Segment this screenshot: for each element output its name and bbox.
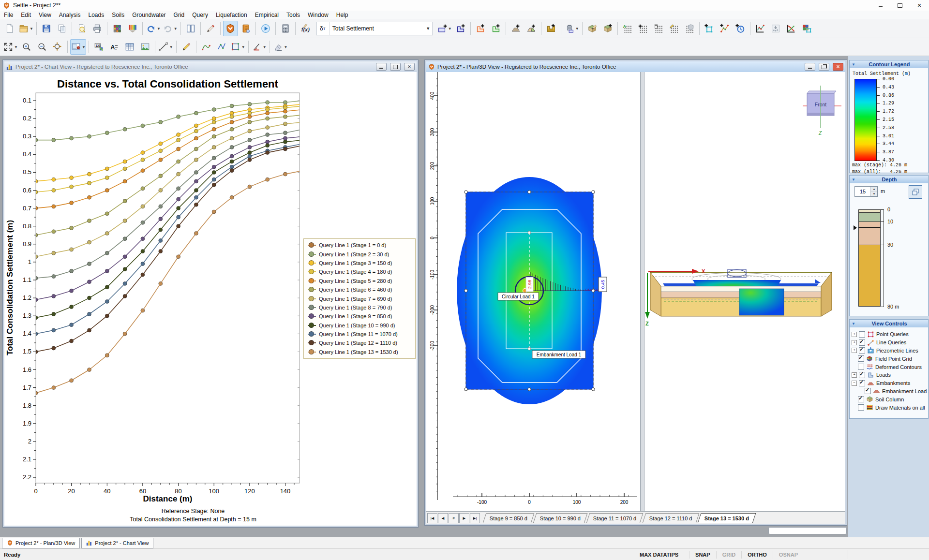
delete-load-button[interactable]: ▼ — [564, 21, 580, 36]
tree-item[interactable]: +Point Queries — [850, 330, 929, 339]
material-grid-button[interactable] — [110, 21, 124, 36]
expand-icon[interactable]: + — [852, 348, 857, 353]
view-mode-button[interactable]: ▼ — [70, 39, 86, 55]
menu-grid[interactable]: Grid — [170, 11, 189, 19]
plan-close-button[interactable]: ✕ — [833, 63, 843, 71]
status-toggle-snap[interactable]: SNAP — [689, 551, 716, 559]
stage-tab[interactable]: Stage 9 = 850 d — [483, 513, 535, 523]
chart-maximize-button[interactable] — [390, 63, 401, 71]
add-rect-load-button[interactable]: ▼ — [436, 21, 452, 36]
stage-nav-button[interactable]: ▶| — [470, 513, 480, 523]
contour-options-button[interactable] — [799, 21, 814, 36]
grid-visibility-button[interactable] — [682, 21, 697, 36]
collapse-icon[interactable]: ▼ — [852, 177, 855, 182]
tree-item[interactable]: Field Point Grid — [850, 354, 929, 363]
add-poly-load-blue-button[interactable] — [453, 21, 468, 36]
measure-button[interactable]: ▼ — [158, 39, 174, 55]
compute-play-button[interactable] — [258, 21, 273, 36]
tree-item[interactable]: Deformed Contours — [850, 363, 929, 371]
stage-tab[interactable]: Stage 13 = 1530 d — [698, 513, 756, 523]
collapse-icon[interactable]: ▼ — [852, 62, 855, 67]
tree-item[interactable]: Soil Column — [850, 395, 929, 403]
print-preview-button[interactable] — [75, 21, 89, 36]
status-toggle-ortho[interactable]: ORTHO — [741, 551, 773, 559]
pane-splitter[interactable] — [640, 72, 644, 511]
plan-restore-button[interactable] — [819, 63, 829, 71]
plan-view-canvas[interactable]: 2.980.45Circular Load 1Embankment Load 1… — [438, 72, 640, 511]
zoom-all-button[interactable] — [50, 39, 65, 55]
split-view-button[interactable] — [183, 21, 198, 36]
new-file-button[interactable] — [2, 21, 17, 36]
add-text-button[interactable]: A — [107, 39, 121, 55]
grid-add-button[interactable] — [636, 21, 650, 36]
settlement-type-dropdown[interactable]: δT Total Settlement ▼ — [316, 22, 433, 35]
stage-tab[interactable]: Stage 11 = 1070 d — [586, 513, 644, 523]
save-button[interactable] — [39, 21, 54, 36]
menu-empirical[interactable]: Empirical — [251, 11, 283, 19]
tree-item[interactable]: +Line Queries — [850, 339, 929, 347]
spin-up-icon[interactable]: ▲ — [871, 187, 877, 192]
visibility-checkbox[interactable] — [858, 396, 864, 402]
status-toggle-max-datatips[interactable]: MAX DATATIPS — [634, 551, 684, 559]
tree-item[interactable]: Draw Materials on all — [850, 403, 929, 412]
visibility-checkbox[interactable] — [859, 380, 865, 386]
collapse-icon[interactable]: ▼ — [852, 322, 855, 326]
visibility-checkbox[interactable] — [859, 347, 865, 354]
shape-tool-button[interactable]: ▼ — [230, 39, 246, 55]
menu-query[interactable]: Query — [188, 11, 212, 19]
expand-icon[interactable]: + — [852, 340, 857, 345]
add-time-query-button[interactable] — [733, 21, 748, 36]
add-load-orange-button[interactable] — [473, 21, 488, 36]
open-folder-button[interactable]: ▼ — [18, 21, 34, 36]
grid-auto-button[interactable]: A — [620, 21, 635, 36]
chart-close-button[interactable]: ✕ — [404, 63, 415, 71]
zoom-out-button[interactable] — [35, 39, 49, 55]
minimize-button[interactable] — [871, 0, 890, 11]
menu-view[interactable]: View — [35, 11, 55, 19]
tree-item[interactable]: Embankment Load 1 — [850, 387, 929, 396]
visibility-checkbox[interactable] — [858, 364, 864, 370]
stage-tab[interactable]: Stage 10 = 990 d — [533, 513, 588, 523]
draw-pencil-button[interactable] — [179, 39, 194, 55]
expand-icon[interactable]: + — [852, 332, 857, 337]
expand-icon[interactable]: − — [852, 381, 857, 386]
report-book-button[interactable] — [239, 21, 253, 36]
tree-item[interactable]: −Embankments — [850, 379, 929, 387]
project-settings-button[interactable] — [223, 21, 238, 36]
copy-button[interactable] — [55, 21, 69, 36]
add-embankment-poly-button[interactable] — [524, 21, 539, 36]
graph-query-button[interactable] — [753, 21, 767, 36]
status-toggle-osnap[interactable]: OSNAP — [773, 551, 804, 559]
redo-button[interactable]: ▼ — [162, 21, 178, 36]
menu-loads[interactable]: Loads — [85, 11, 108, 19]
capture-image-button[interactable] — [138, 39, 152, 55]
stage-nav-button[interactable]: ▶ — [459, 513, 469, 523]
visibility-checkbox[interactable] — [858, 404, 864, 411]
document-tab[interactable]: Project 2* - Plan/3D View — [2, 538, 80, 548]
tree-item[interactable]: +Loads — [850, 371, 929, 379]
stage-tab[interactable]: Stage 12 = 1110 d — [642, 513, 699, 523]
eraser-button[interactable]: ▼ — [272, 39, 288, 55]
depth-value[interactable]: 15 — [855, 187, 870, 196]
export-data-button[interactable] — [768, 21, 783, 36]
function-fx-button[interactable]: f(x) — [298, 21, 313, 36]
visibility-checkbox[interactable] — [859, 339, 865, 346]
add-load-green-button[interactable] — [489, 21, 503, 36]
add-line-query-button[interactable] — [718, 21, 732, 36]
pan-view-button[interactable]: ▼ — [2, 39, 18, 55]
view-controls-header[interactable]: ▼ View Controls — [850, 320, 928, 327]
chart-window-titlebar[interactable]: Project 2* - Chart View - Registered to … — [4, 61, 417, 73]
polyline-tool-button[interactable] — [199, 39, 213, 55]
visibility-checkbox[interactable] — [858, 355, 864, 362]
maximize-button[interactable] — [890, 0, 910, 11]
plan-window-titlebar[interactable]: Project 2* - Plan/3D View - Registered t… — [426, 61, 845, 73]
plan-minimize-button[interactable] — [805, 63, 815, 71]
undo-button[interactable]: ▼ — [145, 21, 161, 36]
menu-edit[interactable]: Edit — [17, 11, 35, 19]
visibility-checkbox[interactable] — [859, 372, 865, 378]
menu-liquefaction[interactable]: Liquefaction — [212, 11, 251, 19]
current-depth-marker[interactable] — [858, 227, 881, 228]
add-soil-layer-button[interactable] — [600, 21, 615, 36]
menu-soils[interactable]: Soils — [108, 11, 128, 19]
document-tab[interactable]: Project 2* - Chart View — [81, 538, 153, 548]
